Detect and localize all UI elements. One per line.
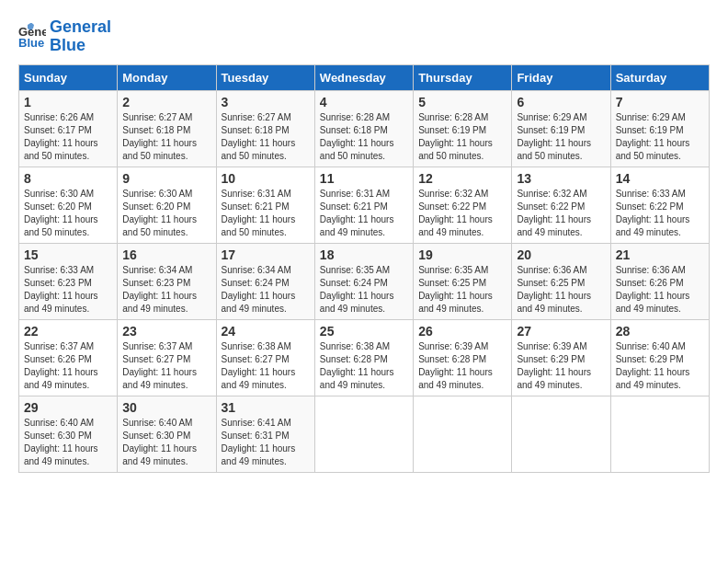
day-info: Sunrise: 6:31 AMSunset: 6:21 PMDaylight:… [222,189,296,237]
day-info: Sunrise: 6:39 AMSunset: 6:28 PMDaylight:… [418,341,493,390]
day-info: Sunrise: 6:40 AMSunset: 6:30 PMDaylight:… [122,418,197,466]
calendar-cell: 20Sunrise: 6:36 AMSunset: 6:25 PMDayligh… [512,243,610,319]
day-info: Sunrise: 6:37 AMSunset: 6:27 PMDaylight:… [122,341,197,390]
page-header: General Blue GeneralBlue [18,18,710,55]
day-info: Sunrise: 6:29 AMSunset: 6:19 PMDaylight:… [616,112,690,161]
day-info: Sunrise: 6:35 AMSunset: 6:25 PMDaylight:… [418,265,493,314]
calendar-cell: 10Sunrise: 6:31 AMSunset: 6:21 PMDayligh… [216,167,314,243]
calendar-cell: 7Sunrise: 6:29 AMSunset: 6:19 PMDaylight… [610,90,709,167]
day-info: Sunrise: 6:32 AMSunset: 6:22 PMDaylight:… [517,189,591,237]
calendar-cell: 2Sunrise: 6:27 AMSunset: 6:18 PMDaylight… [118,90,216,167]
day-info: Sunrise: 6:30 AMSunset: 6:20 PMDaylight:… [24,189,98,237]
day-info: Sunrise: 6:36 AMSunset: 6:26 PMDaylight:… [616,265,690,314]
day-number: 6 [517,95,605,109]
calendar-cell: 23Sunrise: 6:37 AMSunset: 6:27 PMDayligh… [118,319,216,396]
calendar-cell: 27Sunrise: 6:39 AMSunset: 6:29 PMDayligh… [512,319,610,396]
day-header-saturday: Saturday [610,64,709,90]
day-info: Sunrise: 6:33 AMSunset: 6:23 PMDaylight:… [24,265,98,314]
day-info: Sunrise: 6:40 AMSunset: 6:30 PMDaylight:… [24,418,98,466]
calendar-cell: 22Sunrise: 6:37 AMSunset: 6:26 PMDayligh… [19,319,118,396]
calendar-table: SundayMondayTuesdayWednesdayThursdayFrid… [18,64,710,473]
calendar-cell: 24Sunrise: 6:38 AMSunset: 6:27 PMDayligh… [216,319,314,396]
calendar-cell: 17Sunrise: 6:34 AMSunset: 6:24 PMDayligh… [216,243,314,319]
logo-text: GeneralBlue [50,18,111,55]
calendar-cell: 13Sunrise: 6:32 AMSunset: 6:22 PMDayligh… [512,167,610,243]
logo-icon: General Blue [18,23,46,51]
day-number: 13 [517,171,605,186]
day-info: Sunrise: 6:30 AMSunset: 6:20 PMDaylight:… [122,189,197,237]
day-number: 10 [222,171,310,186]
day-header-friday: Friday [512,64,610,90]
day-number: 29 [24,400,112,415]
day-info: Sunrise: 6:35 AMSunset: 6:24 PMDaylight:… [320,265,394,314]
day-info: Sunrise: 6:40 AMSunset: 6:29 PMDaylight:… [616,341,690,390]
calendar-cell: 12Sunrise: 6:32 AMSunset: 6:22 PMDayligh… [414,167,512,243]
day-number: 19 [418,247,506,262]
day-number: 27 [517,324,605,339]
day-number: 23 [122,324,210,339]
day-number: 1 [24,95,112,109]
day-number: 17 [222,247,310,262]
day-info: Sunrise: 6:34 AMSunset: 6:24 PMDaylight:… [222,265,296,314]
calendar-cell: 8Sunrise: 6:30 AMSunset: 6:20 PMDaylight… [19,167,118,243]
day-header-thursday: Thursday [414,64,512,90]
calendar-cell: 19Sunrise: 6:35 AMSunset: 6:25 PMDayligh… [414,243,512,319]
calendar-cell: 30Sunrise: 6:40 AMSunset: 6:30 PMDayligh… [118,396,216,472]
calendar-cell: 1Sunrise: 6:26 AMSunset: 6:17 PMDaylight… [19,90,118,167]
day-header-sunday: Sunday [19,64,118,90]
calendar-cell: 3Sunrise: 6:27 AMSunset: 6:18 PMDaylight… [216,90,314,167]
calendar-cell: 31Sunrise: 6:41 AMSunset: 6:31 PMDayligh… [216,396,314,472]
calendar-cell: 21Sunrise: 6:36 AMSunset: 6:26 PMDayligh… [610,243,709,319]
day-info: Sunrise: 6:32 AMSunset: 6:22 PMDaylight:… [418,189,493,237]
day-info: Sunrise: 6:37 AMSunset: 6:26 PMDaylight:… [24,341,98,390]
day-number: 3 [222,95,310,109]
calendar-cell: 26Sunrise: 6:39 AMSunset: 6:28 PMDayligh… [414,319,512,396]
day-info: Sunrise: 6:38 AMSunset: 6:28 PMDaylight:… [320,341,394,390]
day-info: Sunrise: 6:26 AMSunset: 6:17 PMDaylight:… [24,112,98,161]
day-info: Sunrise: 6:41 AMSunset: 6:31 PMDaylight:… [222,418,296,466]
calendar-cell: 6Sunrise: 6:29 AMSunset: 6:19 PMDaylight… [512,90,610,167]
day-number: 8 [24,171,112,186]
day-info: Sunrise: 6:31 AMSunset: 6:21 PMDaylight:… [320,189,394,237]
day-info: Sunrise: 6:29 AMSunset: 6:19 PMDaylight:… [517,112,591,161]
day-number: 31 [222,400,310,415]
calendar-cell: 18Sunrise: 6:35 AMSunset: 6:24 PMDayligh… [314,243,413,319]
day-info: Sunrise: 6:39 AMSunset: 6:29 PMDaylight:… [517,341,591,390]
day-header-monday: Monday [118,64,216,90]
day-number: 21 [616,247,704,262]
day-info: Sunrise: 6:27 AMSunset: 6:18 PMDaylight:… [222,112,296,161]
day-info: Sunrise: 6:28 AMSunset: 6:19 PMDaylight:… [418,112,493,161]
day-info: Sunrise: 6:34 AMSunset: 6:23 PMDaylight:… [122,265,197,314]
calendar-cell: 25Sunrise: 6:38 AMSunset: 6:28 PMDayligh… [314,319,413,396]
day-number: 20 [517,247,605,262]
day-info: Sunrise: 6:28 AMSunset: 6:18 PMDaylight:… [320,112,394,161]
calendar-cell: 14Sunrise: 6:33 AMSunset: 6:22 PMDayligh… [610,167,709,243]
day-info: Sunrise: 6:38 AMSunset: 6:27 PMDaylight:… [222,341,296,390]
calendar-cell: 4Sunrise: 6:28 AMSunset: 6:18 PMDaylight… [314,90,413,167]
day-number: 11 [320,171,408,186]
day-number: 18 [320,247,408,262]
svg-text:Blue: Blue [18,36,44,50]
day-number: 16 [122,247,210,262]
day-info: Sunrise: 6:33 AMSunset: 6:22 PMDaylight:… [616,189,690,237]
day-info: Sunrise: 6:27 AMSunset: 6:18 PMDaylight:… [122,112,197,161]
day-number: 9 [122,171,210,186]
day-number: 4 [320,95,408,109]
day-number: 22 [24,324,112,339]
day-number: 2 [122,95,210,109]
logo: General Blue GeneralBlue [18,18,111,55]
day-number: 28 [616,324,704,339]
calendar-cell: 9Sunrise: 6:30 AMSunset: 6:20 PMDaylight… [118,167,216,243]
day-number: 25 [320,324,408,339]
day-number: 15 [24,247,112,262]
day-number: 12 [418,171,506,186]
calendar-cell [414,396,512,472]
day-header-tuesday: Tuesday [216,64,314,90]
day-header-wednesday: Wednesday [314,64,413,90]
day-number: 24 [222,324,310,339]
calendar-cell: 16Sunrise: 6:34 AMSunset: 6:23 PMDayligh… [118,243,216,319]
calendar-cell [314,396,413,472]
calendar-cell [610,396,709,472]
calendar-cell [512,396,610,472]
day-number: 26 [418,324,506,339]
